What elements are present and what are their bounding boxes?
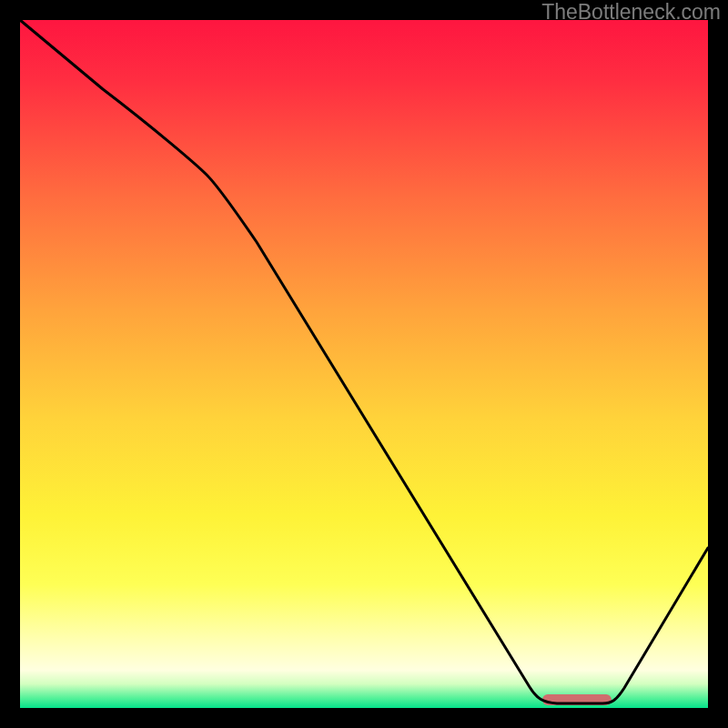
watermark-text: TheBottleneck.com — [541, 0, 721, 25]
bottleneck-curve — [20, 20, 708, 708]
chart-frame — [20, 20, 708, 708]
